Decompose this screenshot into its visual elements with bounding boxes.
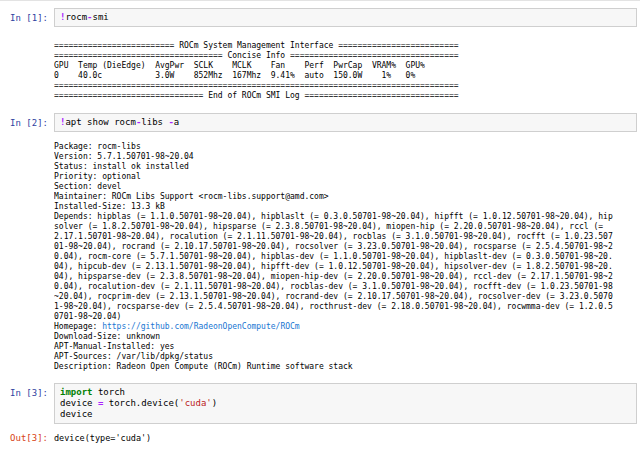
code-token: smi	[93, 12, 109, 22]
input-prompt-3: In [3]:	[0, 383, 54, 399]
code-token: a	[174, 117, 179, 127]
code-token: device	[60, 409, 93, 419]
cell-output-device: device(type='cuda')	[54, 428, 640, 443]
code-line: device = torch.device('cuda')	[60, 398, 631, 409]
input-prompt-1: In [1]:	[0, 8, 54, 24]
import-keyword: import	[60, 387, 93, 397]
code-input-2[interactable]: !apt show rocm-libs -a	[54, 113, 637, 132]
code-line: device	[60, 409, 631, 420]
string-literal: 'cuda'	[179, 398, 212, 408]
code-token: torch	[93, 387, 126, 397]
code-cell-2: In [2]: !apt show rocm-libs -a Package: …	[0, 113, 640, 372]
homepage-link[interactable]: https://github.com/RadeonOpenCompute/ROC…	[102, 322, 299, 331]
code-line: !rocm-smi	[60, 12, 631, 23]
cell-output-rocm-smi: ========================= ROCm System Ma…	[54, 41, 640, 101]
apt-output-text: Package: rocm-libs Version: 5.7.1.50701-…	[54, 142, 613, 331]
code-token: device	[60, 398, 98, 408]
code-token: rocm	[65, 12, 87, 22]
code-line: !apt show rocm-libs -a	[60, 117, 631, 128]
code-input-3[interactable]: import torchdevice = torch.device('cuda'…	[54, 383, 637, 424]
output-prompt-3: Out[3]:	[0, 428, 54, 444]
input-prompt-2: In [2]:	[0, 113, 54, 129]
code-line: import torch	[60, 387, 631, 398]
code-input-1[interactable]: !rocm-smi	[54, 8, 637, 27]
output-prompt-spacer	[0, 142, 54, 147]
code-cell-3: In [3]: import torchdevice = torch.devic…	[0, 383, 640, 444]
code-token: libs	[141, 117, 168, 127]
code-token: apt show rocm	[65, 117, 135, 127]
code-token: )	[212, 398, 217, 408]
cell-output-apt-show: Package: rocm-libs Version: 5.7.1.50701-…	[54, 142, 640, 372]
apt-output-text: Download-Size: unknown APT-Manual-Instal…	[54, 332, 353, 371]
output-prompt-spacer	[0, 41, 54, 46]
code-cell-1: In [1]: !rocm-smi ======================…	[0, 8, 640, 101]
code-token: torch.device(	[103, 398, 179, 408]
jupyter-notebook: In [1]: !rocm-smi ======================…	[0, 0, 640, 449]
